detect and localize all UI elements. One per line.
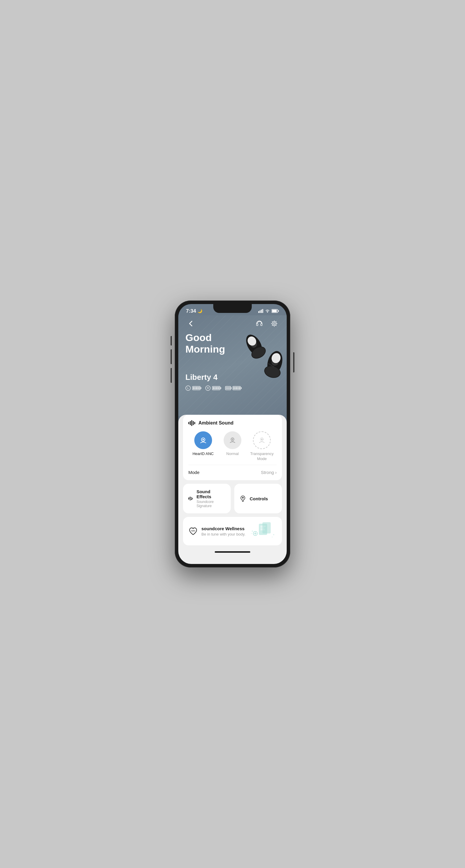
hearid-anc-icon — [199, 436, 208, 445]
right-battery: R — [205, 385, 220, 391]
wellness-subtitle: Be in tune with your body. — [201, 532, 245, 536]
svg-rect-2 — [261, 310, 262, 313]
wellness-title: soundcore Wellness — [201, 526, 245, 531]
phone-screen: 7:34 🌙 — [178, 304, 287, 564]
svg-point-31 — [202, 439, 204, 440]
time-text: 7:34 — [186, 308, 196, 314]
back-button[interactable] — [185, 318, 196, 329]
hearid-anc-label: HearID ANC — [193, 452, 214, 457]
transparency-circle — [253, 431, 271, 449]
mode-value[interactable]: Strong › — [261, 470, 277, 475]
battery-status-icon — [271, 309, 279, 313]
side-button-volume-up[interactable] — [171, 336, 172, 345]
svg-point-35 — [261, 439, 262, 440]
wellness-visual — [250, 522, 277, 540]
battery-row: L R — [185, 385, 280, 391]
svg-rect-3 — [262, 309, 263, 313]
wellness-left: soundcore Wellness Be in tune with your … — [188, 526, 245, 536]
content-area: Ambient Sound HearID ANC — [178, 415, 287, 564]
ambient-sound-card: Ambient Sound HearID ANC — [183, 415, 282, 480]
svg-rect-29 — [194, 422, 195, 424]
ambient-options: HearID ANC Normal — [188, 431, 277, 462]
ambient-sound-title: Ambient Sound — [198, 421, 233, 426]
hearid-anc-option[interactable]: HearID ANC — [188, 431, 218, 457]
home-indicator — [215, 551, 250, 553]
case-icon — [225, 386, 231, 390]
case-battery-icon — [233, 386, 241, 390]
svg-point-53 — [252, 530, 253, 532]
sound-effects-icon — [188, 495, 194, 502]
svg-rect-1 — [260, 311, 261, 313]
left-label: L — [185, 385, 191, 391]
header-area: Good Morning — [178, 315, 287, 416]
sound-effects-subtitle: Soundcore Signature — [196, 500, 226, 508]
back-arrow-icon — [189, 321, 193, 327]
svg-rect-28 — [193, 421, 194, 425]
sound-effects-content: Sound Effects Soundcore Signature — [196, 489, 226, 508]
wifi-icon — [265, 309, 270, 313]
case-battery — [225, 386, 241, 390]
bottom-cards-row: Sound Effects Soundcore Signature Contro… — [183, 484, 282, 513]
side-button-silent[interactable] — [171, 368, 172, 383]
ambient-sound-icon — [188, 420, 196, 426]
normal-circle — [224, 431, 241, 449]
normal-option[interactable]: Normal — [218, 431, 247, 457]
status-time: 7:34 🌙 — [186, 308, 202, 314]
transparency-icon — [258, 436, 266, 444]
right-battery-icon — [212, 386, 220, 390]
wellness-card[interactable]: soundcore Wellness Be in tune with your … — [183, 517, 282, 545]
svg-point-56 — [272, 537, 273, 538]
svg-point-55 — [273, 534, 274, 535]
ambient-sound-header: Ambient Sound — [188, 420, 277, 426]
left-battery-icon — [192, 386, 201, 390]
transparency-label: Transparency Mode — [247, 452, 277, 462]
wellness-text: soundcore Wellness Be in tune with your … — [201, 526, 245, 536]
svg-rect-6 — [278, 310, 279, 312]
svg-point-33 — [232, 439, 233, 440]
svg-rect-25 — [188, 422, 189, 424]
signal-icon — [258, 309, 263, 313]
status-icons — [258, 309, 279, 313]
controls-title: Controls — [250, 496, 268, 501]
side-button-volume-down[interactable] — [171, 349, 172, 364]
normal-icon — [228, 436, 237, 444]
device-name: Liberty 4 — [185, 373, 280, 382]
phone-frame: 7:34 🌙 — [175, 301, 290, 568]
mode-row[interactable]: Mode Strong › — [188, 469, 277, 476]
hearid-anc-circle — [194, 431, 212, 449]
card-divider — [188, 465, 277, 465]
controls-icon — [239, 495, 247, 502]
svg-rect-7 — [272, 310, 277, 312]
mode-label: Mode — [188, 470, 200, 475]
sound-effects-title: Sound Effects — [196, 489, 226, 499]
wellness-icon — [188, 527, 198, 535]
svg-rect-26 — [190, 421, 191, 425]
sound-effects-card[interactable]: Sound Effects Soundcore Signature — [183, 484, 231, 513]
svg-point-54 — [251, 533, 252, 534]
normal-label: Normal — [226, 452, 239, 457]
svg-point-44 — [242, 497, 243, 499]
wellness-decoration-svg — [250, 522, 277, 540]
transparency-mode-option[interactable]: Transparency Mode — [247, 431, 277, 462]
moon-icon: 🌙 — [198, 309, 202, 313]
svg-rect-0 — [258, 311, 259, 313]
svg-rect-27 — [191, 420, 192, 426]
right-label: R — [205, 385, 211, 391]
controls-card[interactable]: Controls — [234, 484, 282, 513]
svg-rect-49 — [262, 522, 271, 533]
left-battery: L — [185, 385, 201, 391]
svg-point-4 — [267, 312, 268, 313]
side-button-power[interactable] — [293, 352, 294, 372]
notch — [213, 304, 252, 313]
